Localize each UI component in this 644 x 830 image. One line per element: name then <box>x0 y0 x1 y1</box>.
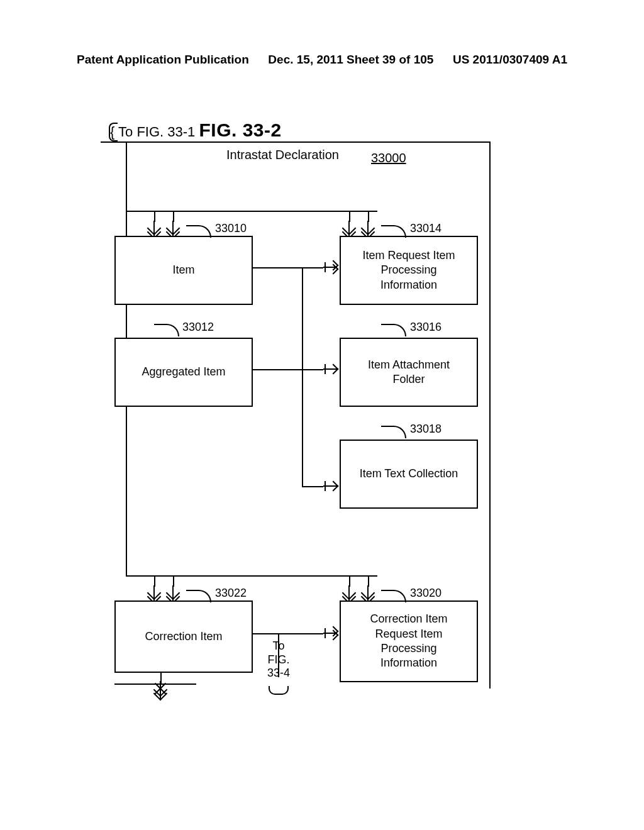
assoc-arrow-icon <box>323 626 337 640</box>
node-label: Aggregated Item <box>142 365 225 379</box>
connector <box>173 575 174 587</box>
node-label: Correction Item <box>145 629 222 644</box>
header-left: Patent Application Publication <box>77 53 249 67</box>
node-item-request-processing: Item Request Item Processing Information <box>340 236 478 305</box>
node-item-attachment-folder: Item Attachment Folder <box>340 338 478 407</box>
cross-ref: { To FIG. 33-1 <box>110 124 195 140</box>
connector <box>126 211 377 212</box>
continuation-bracket-left <box>109 123 118 141</box>
continuation-label: To FIG. 33-4 <box>267 639 290 680</box>
node-item-text-collection: Item Text Collection <box>340 440 478 509</box>
assoc-arrow-icon <box>323 479 337 493</box>
node-label: Item Attachment Folder <box>368 358 450 387</box>
node-label: Correction Item Request Item Processing … <box>370 612 447 671</box>
connector <box>253 267 323 268</box>
connector <box>302 267 303 487</box>
hierarchy-arrow-crossed-icon <box>153 681 167 699</box>
connector <box>349 211 350 222</box>
callout-code: 33010 <box>215 222 247 235</box>
connector <box>126 141 127 211</box>
continuation-bracket-bottom <box>269 686 289 695</box>
root-label: Intrastat Declaration <box>226 148 339 162</box>
callout-code: 33020 <box>410 587 441 600</box>
callout-code: 33014 <box>410 222 441 235</box>
assoc-arrow-icon <box>323 260 337 274</box>
connector <box>302 486 323 487</box>
connector <box>173 211 174 222</box>
header-center: Dec. 15, 2011 Sheet 39 of 105 <box>268 53 433 67</box>
callout-code: 33022 <box>215 587 247 600</box>
node-correction-request-processing: Correction Item Request Item Processing … <box>340 600 478 682</box>
node-label: Item Request Item Processing Information <box>362 248 455 292</box>
connector <box>126 575 377 577</box>
node-aggregated-item: Aggregated Item <box>114 338 253 407</box>
root-code: 33000 <box>371 151 406 165</box>
callout-code: 33016 <box>410 321 441 334</box>
assoc-arrow-icon <box>323 362 337 376</box>
connector <box>154 211 155 222</box>
node-label: Item Text Collection <box>360 467 458 481</box>
connector <box>349 575 350 587</box>
figure-title-row: { To FIG. 33-1 FIG. 33-2 <box>110 119 282 141</box>
connector <box>154 575 155 587</box>
diagram-canvas: Intrastat Declaration 33000 Item 33010 I… <box>101 141 491 689</box>
connector <box>253 633 323 634</box>
connector <box>368 575 369 587</box>
page-header: Patent Application Publication Dec. 15, … <box>0 53 644 67</box>
figure-number: FIG. 33-2 <box>199 119 281 140</box>
node-item: Item <box>114 236 253 305</box>
node-correction-item: Correction Item <box>114 600 253 673</box>
connector <box>368 211 369 222</box>
callout-code: 33018 <box>410 423 441 436</box>
node-label: Item <box>172 263 194 277</box>
header-right: US 2011/0307409 A1 <box>453 53 567 67</box>
connector <box>253 369 303 370</box>
callout-code: 33012 <box>182 321 214 334</box>
connector <box>302 369 323 370</box>
